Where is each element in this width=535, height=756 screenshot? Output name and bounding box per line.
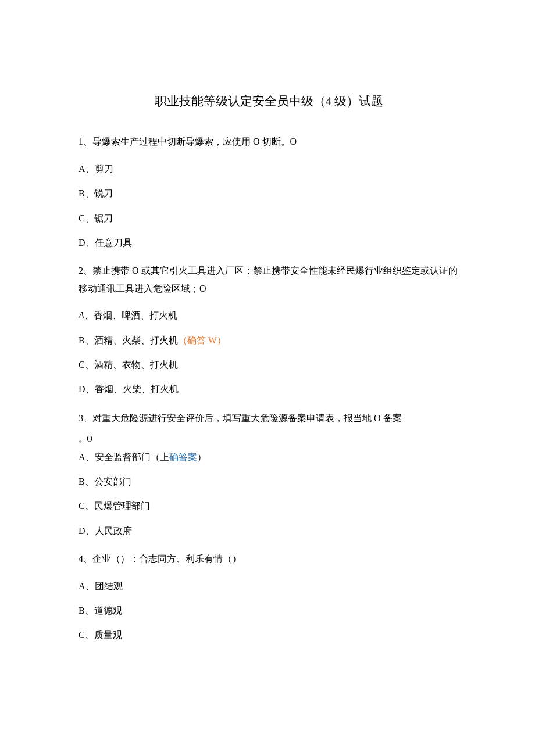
question-1-option-b: B、锐刀 xyxy=(79,187,459,200)
option-prefix: C、 xyxy=(79,501,94,511)
option-prefix: D、 xyxy=(79,384,95,394)
option-prefix: A xyxy=(79,310,84,320)
question-4: 4、企业（）：合志同方、利乐有情（） A、团结观 B、道德观 C、质量观 xyxy=(79,550,459,642)
option-text: 公安部门 xyxy=(94,476,131,486)
option-text: 团结观 xyxy=(95,581,123,591)
option-text: 道德观 xyxy=(94,605,122,615)
option-text: 酒精、衣物、打火机 xyxy=(94,360,178,370)
option-text: 民爆管理部门 xyxy=(94,501,150,511)
question-4-option-c: C、质量观 xyxy=(79,629,459,642)
option-text: 任意刀具 xyxy=(95,238,132,248)
question-2-option-b: B、酒精、火柴、打火机（确答 W） xyxy=(79,334,459,347)
question-3-line1: 3、对重大危险源进行安全评价后，填写重大危险源备案申请表，报当地 O 备案 xyxy=(79,409,459,428)
option-text: 质量观 xyxy=(94,630,122,640)
option-prefix: B、 xyxy=(79,476,94,486)
question-3-option-c: C、民爆管理部门 xyxy=(79,500,459,513)
option-text: 锐刀 xyxy=(94,188,113,198)
option-prefix: A、 xyxy=(79,164,95,174)
question-1-text: 1、导爆索生产过程中切断导爆索，应使用 O 切断。O xyxy=(79,133,459,151)
option-text: 酒精、火柴、打火机 xyxy=(94,335,178,345)
question-4-option-b: B、道德观 xyxy=(79,604,459,617)
option-text: 安全监督部门（上 xyxy=(95,452,169,462)
question-1-option-a: A、剪刀 xyxy=(79,163,459,175)
question-1-option-c: C、锯刀 xyxy=(79,212,459,225)
question-3-option-d: D、人民政府 xyxy=(79,525,459,538)
question-3-option-b: B、公安部门 xyxy=(79,475,459,488)
option-prefix: A、 xyxy=(79,581,95,591)
question-1: 1、导爆索生产过程中切断导爆索，应使用 O 切断。O A、剪刀 B、锐刀 C、锯… xyxy=(79,133,459,249)
option-prefix: C、 xyxy=(79,360,94,370)
question-4-text: 4、企业（）：合志同方、利乐有情（） xyxy=(79,550,459,568)
question-2-text: 2、禁止携带 O 或其它引火工具进入厂区；禁止携带安全性能未经民爆行业组织鉴定或… xyxy=(79,262,459,298)
question-3-line-o: 。O xyxy=(79,431,459,447)
option-prefix: B、 xyxy=(79,335,94,345)
option-prefix: D、 xyxy=(79,526,95,536)
option-text: 锯刀 xyxy=(94,213,113,223)
option-text: 剪刀 xyxy=(95,164,113,174)
option-prefix: B、 xyxy=(79,188,94,198)
question-2-option-a: A、香烟、啤酒、打火机 xyxy=(79,309,459,322)
question-3-text: 3、对重大危险源进行安全评价后，填写重大危险源备案申请表，报当地 O 备案 。O xyxy=(79,409,459,447)
option-text: 、香烟、啤酒、打火机 xyxy=(84,310,177,320)
option-text: 人民政府 xyxy=(95,526,132,536)
question-3: 3、对重大危险源进行安全评价后，填写重大危险源备案申请表，报当地 O 备案 。O… xyxy=(79,409,459,538)
option-prefix: A、 xyxy=(79,452,95,462)
answer-tag-text: 确答 W xyxy=(187,335,217,345)
option-text: 香烟、火柴、打火机 xyxy=(95,384,179,394)
answer-tag-open: （ xyxy=(178,335,187,345)
question-3-option-a: A、安全监督部门（上确答案） xyxy=(79,451,459,464)
question-2-option-c: C、酒精、衣物、打火机 xyxy=(79,359,459,371)
question-4-option-a: A、团结观 xyxy=(79,580,459,593)
answer-link-text: 确答案 xyxy=(169,452,197,462)
option-prefix: B、 xyxy=(79,605,94,615)
question-1-option-d: D、任意刀具 xyxy=(79,237,459,249)
page-title: 职业技能等级认定安全员中级（4 级）试题 xyxy=(79,93,459,110)
question-2: 2、禁止携带 O 或其它引火工具进入厂区；禁止携带安全性能未经民爆行业组织鉴定或… xyxy=(79,262,459,396)
question-2-option-d: D、香烟、火柴、打火机 xyxy=(79,383,459,396)
option-prefix: D、 xyxy=(79,238,95,248)
option-prefix: C、 xyxy=(79,630,94,640)
answer-tag-close: ） xyxy=(217,335,226,345)
answer-close: ） xyxy=(197,452,206,462)
option-prefix: C、 xyxy=(79,213,94,223)
